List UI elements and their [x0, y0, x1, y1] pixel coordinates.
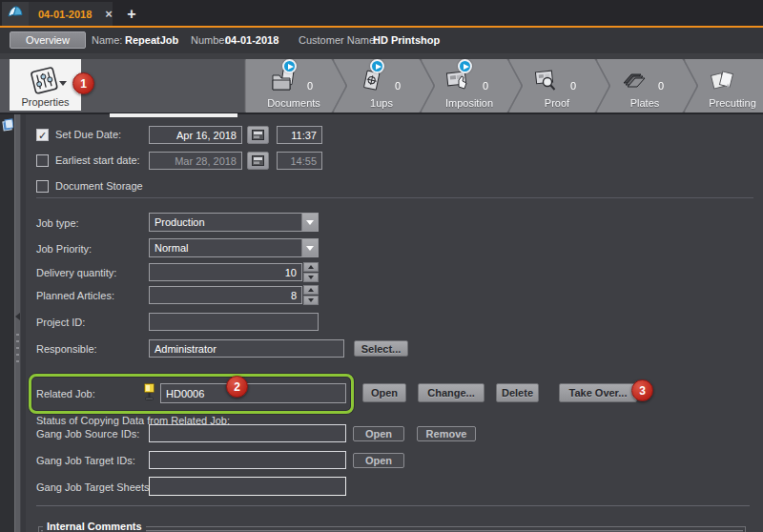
internal-comments-title: Internal Comments — [43, 521, 146, 532]
play-1ups-icon[interactable] — [370, 59, 384, 73]
planned-articles-field[interactable]: 8 — [149, 286, 302, 304]
name-label: Name: — [92, 34, 122, 46]
step-label: Documents — [250, 97, 338, 109]
callout-badge-3: 3 — [631, 379, 653, 401]
notes-book-icon[interactable] — [2, 118, 13, 135]
related-job-delete-button[interactable]: Delete — [496, 383, 539, 402]
application-window: 04-01-2018 × + Overview Name: RepeatJob … — [0, 0, 763, 532]
step-label: 1ups — [338, 97, 425, 109]
step-precutting[interactable]: Precutting — [685, 59, 763, 113]
document-storage-label: Document Storage — [55, 180, 143, 192]
calendar-icon — [252, 127, 264, 144]
job-type-dropdown-icon[interactable] — [301, 214, 318, 231]
step-proof[interactable]: 0 Proof — [509, 59, 608, 113]
play-documents-icon[interactable] — [282, 59, 297, 73]
earliest-start-label: Earliest start date: — [55, 154, 140, 166]
proof-magnifier-icon — [533, 69, 560, 97]
step-label: Precutting — [689, 97, 763, 109]
project-id-field[interactable] — [149, 313, 319, 331]
job-type-select[interactable]: Production — [149, 213, 319, 232]
earliest-start-checkbox[interactable] — [36, 154, 49, 167]
splitter-collapse-icon[interactable] — [15, 313, 20, 320]
calendar-icon — [252, 153, 264, 170]
gang-target-sheets-field[interactable] — [149, 477, 346, 496]
section-divider — [36, 197, 753, 198]
panel-splitter[interactable] — [14, 114, 21, 532]
select-button[interactable]: Select... — [354, 340, 408, 357]
job-priority-select[interactable]: Normal — [149, 238, 319, 257]
precutting-sheets-icon — [709, 69, 735, 97]
properties-dropdown-caret-icon[interactable] — [59, 81, 67, 86]
callout-badge-2: 2 — [226, 376, 248, 398]
planned-articles-label: Planned Articles: — [36, 290, 114, 301]
step-up-icon[interactable] — [303, 262, 319, 272]
play-imposition-icon[interactable] — [458, 59, 472, 73]
due-time-field[interactable]: 11:37 — [277, 126, 322, 144]
panel-left-edge — [21, 114, 26, 532]
app-logo-tab[interactable] — [2, 2, 29, 26]
step-label: Imposition — [425, 97, 513, 109]
panel-edge-highlight — [110, 113, 237, 117]
gang-target-ids-label: Gang Job Target IDs: — [36, 455, 135, 466]
step-down-icon[interactable] — [303, 273, 319, 282]
gang-source-field[interactable] — [149, 424, 346, 442]
callout-badge-1: 1 — [72, 72, 94, 94]
set-due-date-label: Set Due Date: — [55, 129, 121, 140]
new-tab-button[interactable]: + — [120, 4, 143, 24]
related-job-label: Related Job: — [36, 388, 95, 399]
related-job-field[interactable]: HD0006 — [160, 383, 346, 403]
tab-job[interactable]: 04-01-2018 × — [29, 2, 113, 26]
step-count: 0 — [483, 80, 488, 92]
properties-label: Properties — [10, 96, 81, 108]
responsible-field[interactable]: Administrator — [149, 339, 344, 358]
documents-folder-icon — [270, 69, 297, 97]
job-priority-label: Job Priority: — [36, 243, 92, 255]
number-value: 04-01-2018 — [225, 34, 278, 46]
customer-value: HD Printshop — [373, 34, 440, 46]
step-plates[interactable]: 0 Plates — [597, 59, 696, 113]
earliest-start-calendar-button[interactable] — [247, 152, 269, 170]
responsible-label: Responsible: — [36, 343, 97, 355]
tab-close-icon[interactable]: × — [105, 9, 113, 19]
gang-source-label: Gang Job Source IDs: — [36, 428, 139, 440]
due-date-calendar-button[interactable] — [247, 126, 269, 144]
delivery-quantity-field[interactable]: 10 — [149, 263, 302, 281]
section-divider — [36, 505, 750, 506]
step-down-icon[interactable] — [303, 296, 319, 305]
step-count: 0 — [570, 80, 576, 92]
delivery-quantity-label: Delivery quantity: — [36, 267, 116, 278]
planned-articles-stepper[interactable] — [303, 285, 319, 305]
gang-source-open-button[interactable]: Open — [353, 426, 404, 441]
step-label: Proof — [513, 97, 601, 109]
step-up-icon[interactable] — [303, 285, 319, 295]
due-date-field[interactable]: Apr 16, 2018 — [149, 126, 242, 144]
gang-target-ids-field[interactable] — [149, 451, 346, 469]
related-job-change-button[interactable]: Change... — [418, 383, 485, 402]
name-value: RepeatJob — [125, 34, 178, 46]
take-over-button[interactable]: Take Over... — [559, 383, 637, 402]
gang-source-remove-button[interactable]: Remove — [417, 426, 476, 441]
gang-target-sheets-label: Gang Job Target Sheets: — [36, 481, 153, 493]
properties-button[interactable]: Properties — [10, 59, 81, 111]
job-priority-value: Normal — [155, 242, 188, 254]
customer-label: Customer Name: — [299, 34, 378, 46]
left-rail — [0, 114, 14, 532]
plates-stack-icon — [621, 69, 648, 97]
earliest-start-time-field[interactable]: 14:55 — [277, 152, 322, 170]
app-logo-icon — [6, 3, 25, 26]
gang-target-ids-open-button[interactable]: Open — [353, 453, 404, 468]
step-count: 0 — [395, 80, 401, 92]
earliest-start-date-field[interactable]: Mar 28, 2018 — [149, 152, 242, 170]
project-id-label: Project ID: — [36, 317, 85, 328]
delivery-quantity-stepper[interactable] — [303, 262, 319, 282]
imposition-sheet-icon — [445, 69, 472, 97]
document-storage-checkbox[interactable] — [36, 180, 49, 193]
set-due-date-checkbox[interactable]: ✓ — [36, 129, 49, 141]
splitter-grip[interactable] — [16, 334, 19, 364]
related-job-link-icon — [142, 381, 157, 405]
related-job-open-button[interactable]: Open — [362, 383, 406, 402]
job-header: Overview Name: RepeatJob Number: 04-01-2… — [0, 28, 763, 53]
job-priority-dropdown-icon[interactable] — [301, 239, 318, 256]
overview-button[interactable]: Overview — [10, 31, 86, 49]
workflow-steps: 0 Documents 0 1ups — [244, 59, 763, 113]
